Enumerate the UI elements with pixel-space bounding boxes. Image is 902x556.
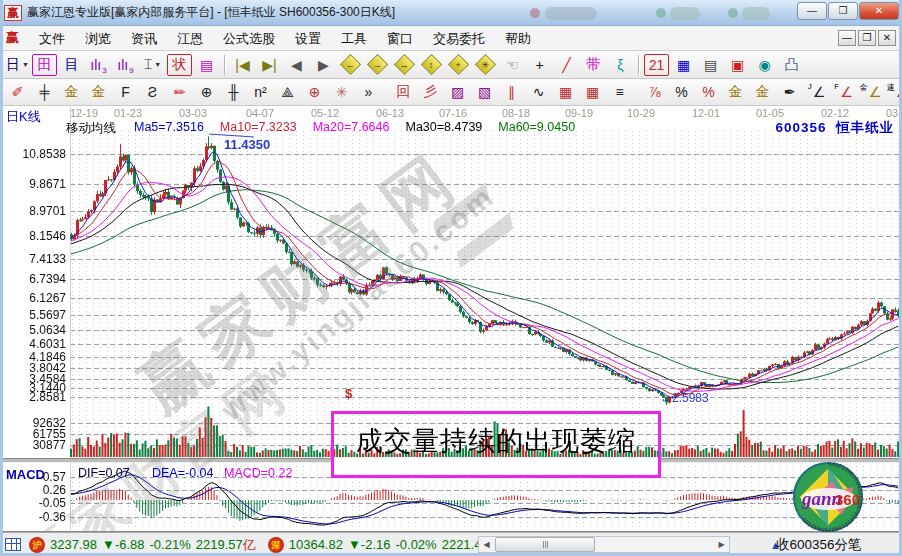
save-web-icon[interactable]: ◉: [752, 54, 777, 76]
radial-rays-icon[interactable]: ✳: [329, 81, 354, 103]
percent-icon[interactable]: %: [669, 81, 694, 103]
menu-item-6[interactable]: 工具: [331, 28, 377, 49]
layout-window-icon[interactable]: 田: [32, 54, 57, 76]
channel-icon[interactable]: ≡: [607, 81, 632, 103]
shanghai-market-icon[interactable]: 沪: [29, 537, 45, 553]
restore-button[interactable]: ❐: [828, 2, 858, 20]
golden-grid-icon[interactable]: 金: [59, 81, 84, 103]
marker-pen-icon[interactable]: ✒: [777, 81, 802, 103]
note-annotation-box[interactable]: 成交量持续的出现萎缩: [331, 411, 661, 478]
shaded-box-icon[interactable]: ▧: [472, 81, 497, 103]
wave-line-icon[interactable]: ∿: [526, 81, 551, 103]
pencil-icon[interactable]: ✐: [5, 81, 30, 103]
time-grid-icon[interactable]: ▦: [580, 81, 605, 103]
menu-item-3[interactable]: 江恩: [167, 28, 213, 49]
prev-bar-icon[interactable]: ◀: [284, 54, 309, 76]
menu-item-9[interactable]: 帮助: [495, 28, 541, 49]
scroll-right-icon[interactable]: ▶: [714, 537, 729, 552]
menu-item-4[interactable]: 公式选股: [213, 28, 285, 49]
tick-view-label[interactable]: 收600356分笔: [776, 536, 862, 554]
menu-item-1[interactable]: 浏览: [75, 28, 121, 49]
crosshair-icon[interactable]: +: [527, 54, 552, 76]
shift-left-icon[interactable]: ←: [338, 54, 363, 76]
restore-scale-icon[interactable]: +: [446, 54, 471, 76]
full-view-icon[interactable]: ✳: [473, 54, 498, 76]
menu-item-8[interactable]: 交易委托: [423, 28, 495, 49]
window-title: 赢家江恩专业版[赢家内部服务平台] - [恒丰纸业 SH600356-300日K…: [27, 4, 395, 21]
square-of-nine-icon[interactable]: n²: [248, 81, 273, 103]
more-tools-icon[interactable]: »: [356, 81, 381, 103]
box-range-icon[interactable]: 回: [391, 81, 416, 103]
gann-window-icon[interactable]: 状: [167, 54, 192, 76]
next-bar-icon[interactable]: ▶: [311, 54, 336, 76]
dollar-marker[interactable]: $: [345, 386, 352, 401]
peak-price-annotation[interactable]: 11.4350: [224, 137, 270, 152]
bars-3day-icon[interactable]: ılı3: [86, 54, 111, 76]
scrollbar-thumb[interactable]: [495, 537, 595, 552]
triangle-tool-icon[interactable]: ⟁: [275, 81, 300, 103]
menu-item-5[interactable]: 设置: [285, 28, 331, 49]
child-close-button[interactable]: ✕: [878, 30, 896, 46]
spiral-icon[interactable]: Ƨ: [140, 81, 165, 103]
angle-gold-icon[interactable]: 金∠: [858, 81, 883, 103]
smart-brain-icon[interactable]: ξ: [608, 54, 633, 76]
calculator-icon[interactable]: ▦: [671, 54, 696, 76]
angle-j-icon[interactable]: J∠: [804, 81, 829, 103]
fan-lines-icon[interactable]: 彡: [418, 81, 443, 103]
candle-style-icon[interactable]: ⌶▼: [140, 54, 165, 76]
f10-info-icon[interactable]: 目: [59, 54, 84, 76]
zoom-out-icon[interactable]: ↔: [392, 54, 417, 76]
notes-icon[interactable]: ▤: [698, 54, 723, 76]
quote-table-icon[interactable]: [5, 538, 21, 551]
price-grid-icon[interactable]: ▦: [553, 81, 578, 103]
hlines-icon[interactable]: ╪: [32, 81, 57, 103]
last-page-icon[interactable]: ▶|: [257, 54, 282, 76]
menu-item-2[interactable]: 资讯: [121, 28, 167, 49]
menu-item-7[interactable]: 窗口: [377, 28, 423, 49]
shenzhen-market-icon[interactable]: 深: [268, 537, 284, 553]
calendar-icon[interactable]: 21: [644, 54, 669, 76]
angle-speed-icon[interactable]: 速∠: [885, 81, 902, 103]
date-tick-label: 03-03: [179, 107, 207, 119]
first-page-icon[interactable]: |◀: [230, 54, 255, 76]
gold-circle-icon[interactable]: 金: [723, 81, 748, 103]
menu-item-0[interactable]: 文件: [29, 28, 75, 49]
gann-band-icon[interactable]: 带: [581, 54, 606, 76]
low-price-annotation[interactable]: ←2.5983: [660, 391, 709, 405]
child-minimize-button[interactable]: —: [838, 30, 856, 46]
close-button[interactable]: ✕: [859, 2, 899, 20]
hand-tool-icon[interactable]: ☜: [500, 54, 525, 76]
shanghai-index-quote[interactable]: 3237.98 ▼-6.88 -0.21% 2219.57亿: [50, 536, 256, 554]
scroll-left-icon[interactable]: ◀: [479, 537, 494, 552]
percent7-icon[interactable]: ⅞: [642, 81, 667, 103]
child-restore-button[interactable]: ❐: [858, 30, 876, 46]
target-icon[interactable]: ⊕: [302, 81, 327, 103]
gold-lines-icon[interactable]: 金: [750, 81, 775, 103]
shift-right-icon[interactable]: →: [365, 54, 390, 76]
macd-dea-label: DEA=-0.04: [152, 466, 214, 480]
ma-label-2: Ma10=7.3233: [220, 120, 297, 134]
fibonacci-icon[interactable]: F: [113, 81, 138, 103]
date-tick-label: 09-19: [565, 107, 593, 119]
bars-9day-icon[interactable]: ılı9: [113, 54, 138, 76]
horizontal-scrollbar[interactable]: ◀ ▶: [478, 536, 730, 553]
minimize-button[interactable]: —: [797, 2, 827, 20]
gann-box-icon[interactable]: ▨: [445, 81, 470, 103]
angle-f-icon[interactable]: F∠: [831, 81, 856, 103]
gann-circle-icon[interactable]: ⊕: [194, 81, 219, 103]
draw-line-icon[interactable]: ╱: [554, 54, 579, 76]
zoom-in-icon[interactable]: ↕: [419, 54, 444, 76]
kline-period-icon[interactable]: 日▼: [5, 54, 30, 76]
colored-volume-icon[interactable]: ▤: [194, 54, 219, 76]
golden-grid2-icon[interactable]: 金: [86, 81, 111, 103]
price-tick-label: 8.1546: [0, 229, 66, 243]
percent-lines-icon[interactable]: %: [696, 81, 721, 103]
brush-icon[interactable]: ✏: [167, 81, 192, 103]
save-icon[interactable]: ▣: [725, 54, 750, 76]
price-tick-label: 5.0634: [0, 323, 66, 337]
grid-lines-icon[interactable]: ╫: [221, 81, 246, 103]
price-tick-label: 10.8538: [0, 147, 66, 161]
shenzhen-index-quote[interactable]: 10364.82 ▼-2.16 -0.02% 2221.45: [289, 537, 489, 552]
parallel-lines-icon[interactable]: ∥: [499, 81, 524, 103]
print-icon[interactable]: 凸: [779, 54, 804, 76]
